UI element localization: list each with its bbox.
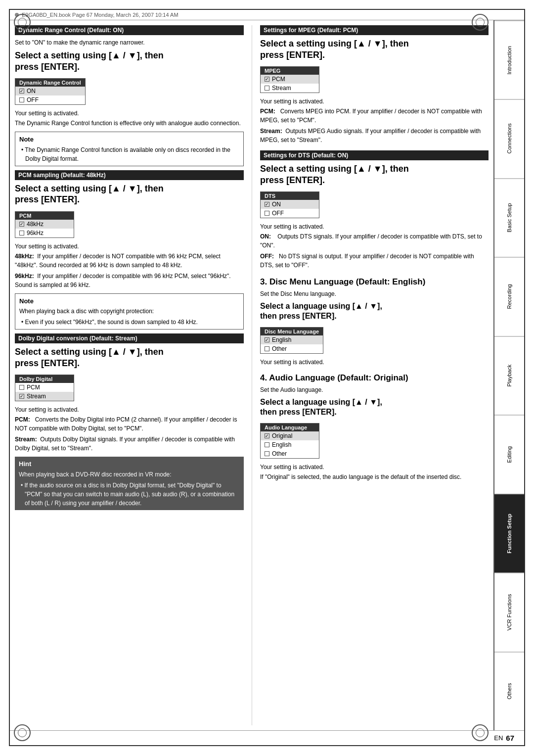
dynamic-range-section: Dynamic Range Control (Default: ON) Set … (15, 25, 244, 166)
dynamic-range-menu: Dynamic Range Control ON OFF (15, 78, 86, 105)
dts-off-item: OFF (261, 209, 319, 218)
sidebar-item-recording: Recording (494, 257, 524, 335)
dynamic-range-header: Dynamic Range Control (Default: ON) (15, 25, 244, 35)
dynamic-range-note-title: Note (19, 135, 239, 144)
mpeg-stream-label: Stream (272, 85, 291, 92)
pcm-48khz-item: 48kHz (15, 220, 74, 229)
disc-menu-other-label: Other (272, 345, 287, 352)
audio-lang-english-label: English (272, 441, 291, 448)
corner-circle-bl (14, 724, 31, 741)
dolby-stream-item: Stream (15, 392, 74, 401)
dts-on-item: ON (261, 200, 319, 209)
disc-menu-select-heading: Select a language using [▲ / ▼],then pre… (260, 301, 489, 321)
dynamic-range-off-checkbox (19, 97, 24, 102)
dynamic-range-menu-title: Dynamic Range Control (15, 79, 85, 87)
disc-menu-heading: 3. Disc Menu Language (Default: English) (260, 277, 489, 287)
dts-off-checkbox (265, 211, 269, 216)
disc-menu-other-checkbox (265, 346, 269, 351)
disc-menu-title: Disc Menu Language (261, 328, 323, 335)
disc-menu-english-label: English (272, 336, 291, 343)
dolby-stream-desc: Stream: Outputs Dolby Digital signals. I… (15, 435, 244, 453)
pcm-activated: Your setting is activated. (15, 243, 244, 250)
dolby-pcm-label: PCM (27, 384, 40, 391)
disc-menu-english-checkbox (265, 337, 269, 342)
disc-menu-activated: Your setting is activated. (260, 359, 489, 366)
dynamic-range-on-item: ON (15, 87, 85, 95)
dynamic-range-off-label: OFF (27, 96, 39, 103)
pcm-sampling-select-heading: Select a setting using [▲ / ▼], thenpres… (15, 183, 244, 205)
corner-circle-inner-bl (18, 728, 27, 737)
pcm-48khz-label: 48kHz (27, 221, 44, 228)
sidebar-item-playback: Playback (494, 336, 524, 415)
dolby-pcm-checkbox (19, 385, 24, 390)
sidebar: Introduction Connections Basic Setup Rec… (493, 20, 524, 730)
audio-lang-note: If "Original" is selected, the audio lan… (260, 472, 489, 481)
dynamic-range-activated: Your setting is activated. (15, 110, 244, 117)
corner-circle-tl (14, 14, 31, 31)
mpeg-header: Settings for MPEG (Default: PCM) (260, 25, 489, 35)
corner-circle-tr (472, 14, 489, 31)
audio-lang-original-checkbox (265, 433, 269, 438)
dynamic-range-note: The Dynamic Range Control function is ef… (15, 119, 244, 128)
left-column: Dynamic Range Control (Default: ON) Set … (15, 25, 252, 725)
sidebar-item-connections: Connections (494, 99, 524, 178)
dolby-hint-intro: When playing back a DVD-RW disc recorded… (19, 470, 240, 479)
dolby-select-heading: Select a setting using [▲ / ▼], thenpres… (15, 346, 244, 369)
dolby-hint-bullet: • If the audio source on a disc is in Do… (19, 481, 240, 508)
audio-lang-activated: Your setting is activated. (260, 464, 489, 471)
audio-lang-other-item: Other (261, 449, 319, 458)
dolby-menu: Dolby Digital PCM Stream (15, 375, 74, 401)
dolby-header: Dolby Digital conversion (Default: Strea… (15, 333, 244, 343)
sidebar-item-basic-setup: Basic Setup (494, 178, 524, 257)
audio-lang-menu-title: Audio Language (261, 424, 319, 431)
bottom-bar: EN 67 (10, 730, 524, 745)
sidebar-item-vcr-functions: VCR Functions (494, 572, 524, 651)
pcm-note-title: Note (19, 296, 239, 306)
mpeg-menu-title: MPEG (261, 67, 319, 75)
audio-lang-select-heading: Select a language using [▲ / ▼],then pre… (260, 397, 489, 417)
pcm-sampling-header: PCM sampling (Default: 48kHz) (15, 170, 244, 180)
audio-lang-english-checkbox (265, 442, 269, 447)
dts-off-label: OFF (272, 210, 284, 217)
pcm-note-box: Note When playing back a disc with copyr… (15, 293, 244, 330)
dts-menu: DTS ON OFF (260, 191, 319, 218)
dolby-stream-checkbox (19, 394, 24, 399)
corner-circle-inner-br (476, 728, 485, 737)
corner-circle-inner-tr (476, 18, 485, 27)
pcm-96khz-desc: 96kHz: If your amplifier / decoder is co… (15, 272, 244, 289)
disc-menu-section: 3. Disc Menu Language (Default: English)… (260, 277, 489, 366)
dts-on-checkbox (265, 202, 269, 207)
mpeg-stream-checkbox (265, 86, 269, 91)
dynamic-range-note-box: Note • The Dynamic Range Control functio… (15, 132, 244, 166)
right-column: Settings for MPEG (Default: PCM) Select … (252, 25, 489, 725)
pcm-sampling-section: PCM sampling (Default: 48kHz) Select a s… (15, 170, 244, 330)
dts-activated: Your setting is activated. (260, 223, 489, 230)
pcm-96khz-label: 96kHz (27, 230, 44, 236)
sidebar-item-function-setup: Function Setup (494, 494, 524, 572)
content-area: Dynamic Range Control (Default: ON) Set … (10, 20, 493, 730)
sidebar-item-editing: Editing (494, 415, 524, 493)
disc-menu-subtext: Set the Disc Menu language. (260, 289, 489, 298)
dolby-pcm-item: PCM (15, 383, 74, 392)
mpeg-pcm-desc: PCM: Converts MPEG into PCM. If your amp… (260, 107, 489, 125)
mpeg-pcm-item: PCM (261, 75, 319, 84)
disc-menu-english-item: English (261, 335, 323, 344)
pcm-note-bullet: • Even if you select "96kHz", the sound … (19, 318, 239, 327)
dts-off-desc: OFF: No DTS signal is output. If your am… (260, 252, 489, 270)
mpeg-menu: MPEG PCM Stream (260, 66, 319, 93)
dynamic-range-note-bullet: • The Dynamic Range Control function is … (19, 145, 239, 163)
audio-lang-subtext: Set the Audio language. (260, 385, 489, 394)
mpeg-pcm-checkbox (265, 77, 269, 82)
top-bar: E9GA0BD_EN.book Page 67 Monday, March 26… (10, 10, 524, 20)
mpeg-activated: Your setting is activated. (260, 98, 489, 105)
audio-lang-menu: Audio Language Original English Other (260, 423, 319, 459)
audio-lang-original-label: Original (272, 432, 292, 439)
dts-section: Settings for DTS (Default: ON) Select a … (260, 150, 489, 270)
pcm-96khz-checkbox (19, 231, 24, 236)
page-border: E9GA0BD_EN.book Page 67 Monday, March 26… (9, 9, 525, 746)
dolby-stream-label: Stream (27, 393, 46, 400)
audio-lang-heading: 4. Audio Language (Default: Original) (260, 373, 489, 383)
pcm-48khz-desc: 48kHz: If your amplifier / decoder is NO… (15, 252, 244, 270)
sidebar-item-introduction: Introduction (494, 20, 524, 99)
mpeg-stream-item: Stream (261, 84, 319, 93)
